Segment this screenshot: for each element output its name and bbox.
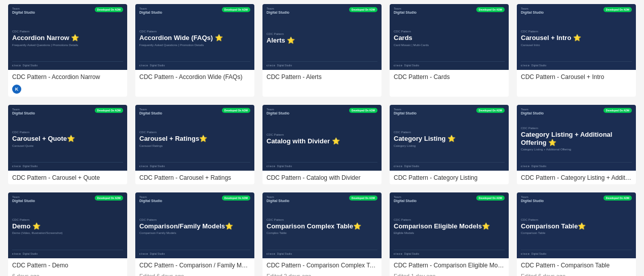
thumb-badge: Developed On ADM: [349, 195, 377, 201]
thumb-top-row: TeamDigital StudioDeveloped On ADM: [12, 195, 123, 203]
card-accordion-wide[interactable]: TeamDigital StudioDeveloped On ADMCDC Pa…: [135, 4, 254, 97]
thumb-title: Accordion Narrow ⭐: [12, 34, 123, 42]
thumb-badge: Developed On ADM: [476, 7, 505, 12]
card-meta-text: Edited 1 day ago: [394, 273, 436, 276]
thumb-top-row: TeamDigital StudioDeveloped On ADM: [267, 7, 377, 14]
thumb-content: CDC PatternAccordion Wide (FAQs) ⭐Freque…: [139, 14, 250, 61]
card-title-text: CDC Pattern - Carousel + Intro: [521, 73, 632, 82]
thumb-content: CDC PatternComparison Complex Table⭐Comp…: [267, 203, 377, 250]
thumb-logo: cisco Digital Studio: [521, 64, 546, 67]
thumb-team-label: Team: [394, 7, 416, 11]
thumb-content: CDC PatternCarousel + Quote⭐Carousel Quo…: [12, 115, 123, 162]
thumb-subtitle: Card Mosaic | Multi-Cards: [394, 44, 505, 47]
card-meta-row: Edited 1 day ago: [390, 271, 509, 276]
card-thumbnail-cards: TeamDigital StudioDeveloped On ADMCDC Pa…: [390, 4, 509, 70]
card-accordion-narrow[interactable]: TeamDigital StudioDeveloped On ADMCDC Pa…: [8, 4, 127, 97]
cisco-logo: cisco: [521, 64, 530, 67]
thumb-title: Category Listing + Additional Offering ⭐: [521, 131, 632, 146]
thumb-badge: Developed On ADM: [476, 108, 505, 113]
card-info: CDC Pattern - Catalog with Divider: [262, 171, 382, 184]
thumb-studio-label: Digital Studio: [394, 199, 416, 203]
thumb-brand: TeamDigital Studio: [12, 7, 35, 14]
card-title-text: CDC Pattern - Comparison / Family Models: [139, 261, 250, 270]
thumb-subtitle: Carousel Intro: [521, 44, 632, 47]
card-info: CDC Pattern - Demo: [8, 258, 127, 272]
thumb-top-row: TeamDigital StudioDeveloped On ADM: [12, 7, 123, 14]
card-info: CDC Pattern - Comparison Eligible Models: [390, 258, 509, 272]
card-info: CDC Pattern - Comparison Complex Table: [262, 258, 382, 272]
card-alerts[interactable]: TeamDigital StudioDeveloped On ADMCDC Pa…: [262, 4, 382, 97]
thumb-badge: Developed On ADM: [95, 7, 123, 12]
card-title-text: CDC Pattern - Category Listing: [394, 174, 505, 182]
thumb-team-label: Team: [139, 195, 162, 199]
card-title-text: CDC Pattern - Comparison Complex Table: [267, 261, 377, 270]
thumb-studio-label: Digital Studio: [12, 199, 35, 203]
thumb-studio-label: Digital Studio: [139, 111, 162, 115]
card-thumbnail-accordion-narrow: TeamDigital StudioDeveloped On ADMCDC Pa…: [8, 4, 127, 70]
thumb-subtitle: Category Listing: [394, 144, 505, 147]
grid-row-1: TeamDigital StudioDeveloped On ADMCDC Pa…: [8, 105, 636, 184]
card-carousel-quote[interactable]: TeamDigital StudioDeveloped On ADMCDC Pa…: [8, 105, 127, 184]
thumb-logo: cisco Digital Studio: [521, 165, 546, 168]
thumb-studio-label: Digital Studio: [521, 11, 544, 14]
thumb-footer: cisco Digital Studio: [267, 61, 377, 67]
card-thumbnail-comparison-complex: TeamDigital StudioDeveloped On ADMCDC Pa…: [262, 192, 382, 258]
thumb-title: Cards: [394, 34, 505, 42]
card-thumbnail-demo: TeamDigital StudioDeveloped On ADMCDC Pa…: [8, 192, 127, 258]
thumb-top-row: TeamDigital StudioDeveloped On ADM: [139, 195, 250, 203]
card-comparison-table[interactable]: TeamDigital StudioDeveloped On ADMCDC Pa…: [517, 192, 636, 276]
cisco-logo: cisco: [267, 64, 276, 67]
thumb-logo: cisco Digital Studio: [139, 165, 165, 168]
thumb-footer: cisco Digital Studio: [394, 250, 505, 255]
card-title-text: CDC Pattern - Alerts: [267, 73, 377, 82]
thumb-pattern-label: CDC Pattern: [267, 218, 377, 221]
studio-logo: Digital Studio: [277, 165, 292, 168]
card-category-listing-additional[interactable]: TeamDigital StudioDeveloped On ADMCDC Pa…: [517, 105, 636, 184]
thumb-content: CDC PatternComparison Eligible Models⭐El…: [394, 203, 505, 250]
thumb-logo: cisco Digital Studio: [521, 252, 546, 255]
card-comparison-eligible[interactable]: TeamDigital StudioDeveloped On ADMCDC Pa…: [390, 192, 509, 276]
thumb-footer: cisco Digital Studio: [267, 162, 377, 168]
thumb-subtitle: Eligible Models: [394, 231, 505, 234]
thumb-team-label: Team: [521, 108, 544, 111]
studio-logo: Digital Studio: [532, 165, 546, 168]
card-comparison-family[interactable]: TeamDigital StudioDeveloped On ADMCDC Pa…: [135, 192, 254, 276]
card-category-listing[interactable]: TeamDigital StudioDeveloped On ADMCDC Pa…: [390, 105, 509, 184]
thumb-brand: TeamDigital Studio: [12, 195, 35, 203]
studio-logo: Digital Studio: [23, 252, 37, 255]
thumb-brand: TeamDigital Studio: [394, 195, 416, 203]
thumb-subtitle: Frequently Asked Questions | Promotion D…: [139, 44, 250, 47]
card-info: CDC Pattern - Accordion Wide (FAQs): [135, 70, 254, 84]
thumb-pattern-label: CDC Pattern: [12, 218, 123, 221]
thumb-logo: cisco Digital Studio: [12, 165, 37, 168]
card-demo[interactable]: TeamDigital StudioDeveloped On ADMCDC Pa…: [8, 192, 127, 276]
card-carousel-ratings[interactable]: TeamDigital StudioDeveloped On ADMCDC Pa…: [135, 105, 254, 184]
card-title-text: CDC Pattern - Carousel + Quote: [12, 174, 123, 182]
thumb-footer: cisco Digital Studio: [521, 61, 632, 67]
card-info: CDC Pattern - Accordion Narrow: [8, 70, 127, 84]
card-carousel-intro[interactable]: TeamDigital StudioDeveloped On ADMCDC Pa…: [517, 4, 636, 97]
cisco-logo: cisco: [139, 252, 148, 255]
cisco-logo: cisco: [139, 165, 148, 168]
thumb-brand: TeamDigital Studio: [139, 108, 162, 115]
thumb-studio-label: Digital Studio: [267, 111, 289, 115]
thumb-title: Alerts ⭐: [267, 36, 377, 45]
card-title-text: CDC Pattern - Carousel + Ratings: [139, 174, 250, 182]
card-thumbnail-carousel-intro: TeamDigital StudioDeveloped On ADMCDC Pa…: [517, 4, 636, 70]
card-comparison-complex[interactable]: TeamDigital StudioDeveloped On ADMCDC Pa…: [262, 192, 382, 276]
thumb-studio-label: Digital Studio: [394, 11, 416, 14]
thumb-footer: cisco Digital Studio: [394, 61, 505, 67]
card-meta-row: Edited 6 days ago: [135, 271, 254, 276]
card-catalog-divider[interactable]: TeamDigital StudioDeveloped On ADMCDC Pa…: [262, 105, 382, 184]
cisco-logo: cisco: [394, 252, 403, 255]
thumb-subtitle: Frequently Asked Questions | Promotions …: [12, 44, 123, 47]
thumb-team-label: Team: [12, 195, 35, 199]
thumb-content: CDC PatternDemo ⭐Demo (Video, Illustrati…: [12, 203, 123, 250]
card-cards[interactable]: TeamDigital StudioDeveloped On ADMCDC Pa…: [390, 4, 509, 97]
thumb-subtitle: Comparison Table: [521, 231, 632, 234]
thumb-pattern-label: CDC Pattern: [394, 131, 505, 134]
thumb-studio-label: Digital Studio: [12, 11, 35, 14]
thumb-footer: cisco Digital Studio: [139, 61, 250, 67]
thumb-team-label: Team: [139, 7, 162, 11]
thumb-content: CDC PatternCatalog with Divider ⭐: [267, 115, 377, 162]
